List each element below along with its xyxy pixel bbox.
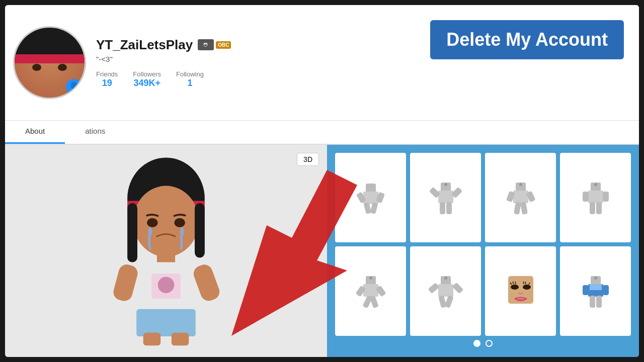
svg-rect-55	[428, 283, 439, 294]
tabs-bar: About ations	[5, 121, 639, 145]
svg-rect-37	[520, 202, 528, 215]
svg-rect-17	[172, 333, 189, 345]
svg-point-60	[511, 285, 519, 290]
friends-label: Friends	[96, 70, 118, 78]
svg-rect-71	[590, 284, 602, 290]
tab-about[interactable]: About	[5, 121, 65, 144]
avatar-headband	[15, 54, 85, 63]
inventory-item-5[interactable]	[335, 246, 406, 336]
svg-rect-30	[446, 202, 452, 214]
inventory-panel	[327, 145, 639, 357]
svg-point-8	[180, 227, 184, 236]
svg-line-66	[525, 282, 526, 284]
svg-line-65	[523, 282, 524, 284]
svg-rect-47	[363, 284, 378, 297]
svg-rect-56	[452, 283, 463, 294]
svg-rect-72	[583, 285, 589, 295]
stats-row: Friends 19 Followers 349K+ Following 1	[96, 70, 631, 88]
tab-creations[interactable]: ations	[65, 121, 125, 144]
svg-rect-36	[513, 202, 521, 215]
svg-point-39	[594, 183, 597, 186]
following-stat: Following 1	[176, 70, 204, 88]
followers-value: 349K+	[133, 78, 160, 88]
followers-stat: Followers 349K+	[133, 70, 161, 88]
inventory-grid	[335, 153, 631, 336]
obc-badge-icon: OBC	[216, 41, 231, 49]
svg-rect-51	[369, 295, 379, 308]
svg-point-5	[147, 218, 158, 227]
inventory-item-6[interactable]	[410, 246, 481, 336]
svg-point-2	[133, 186, 199, 257]
username: YT_ZaiLetsPlay	[96, 37, 193, 53]
followers-label: Followers	[133, 70, 161, 78]
avatar-3d-panel: 3D	[5, 145, 327, 357]
svg-rect-18	[366, 184, 376, 193]
svg-point-12	[158, 277, 175, 294]
svg-rect-42	[603, 192, 609, 202]
svg-line-64	[515, 282, 516, 284]
pagination-dot-2[interactable]	[486, 340, 493, 347]
pagination-dots	[335, 336, 631, 349]
svg-point-25	[444, 183, 447, 186]
svg-rect-26	[438, 191, 453, 203]
svg-point-53	[444, 277, 447, 280]
badge-icons: ⛑ OBC	[198, 39, 231, 50]
avatar-badge-icon: 👤	[66, 79, 82, 95]
svg-rect-3	[127, 203, 137, 262]
inventory-item-2[interactable]	[410, 153, 481, 242]
helmet-badge-icon: ⛑	[198, 39, 214, 50]
svg-rect-58	[444, 295, 454, 308]
inventory-item-7[interactable]	[485, 246, 556, 336]
avatar: 👤	[13, 26, 86, 99]
svg-rect-40	[588, 191, 603, 203]
following-label: Following	[176, 70, 204, 78]
svg-point-46	[369, 277, 372, 280]
svg-point-7	[148, 227, 152, 236]
svg-point-32	[519, 183, 522, 186]
main-frame: 👤 YT_ZaiLetsPlay ⛑ OBC "-<3" Friends 19 …	[5, 5, 639, 357]
svg-rect-74	[590, 296, 595, 308]
inventory-item-1[interactable]	[335, 153, 406, 242]
pagination-dot-1[interactable]	[473, 340, 480, 347]
svg-rect-43	[590, 202, 595, 214]
inventory-item-3[interactable]	[485, 153, 556, 242]
svg-rect-16	[143, 333, 160, 345]
profile-header: 👤 YT_ZaiLetsPlay ⛑ OBC "-<3" Friends 19 …	[5, 5, 639, 121]
avatar-eye-right	[58, 64, 67, 71]
svg-rect-73	[603, 285, 609, 295]
svg-rect-54	[438, 284, 453, 297]
inventory-item-4[interactable]	[560, 153, 631, 242]
svg-rect-33	[513, 191, 528, 203]
friends-value: 19	[102, 78, 112, 88]
svg-rect-19	[363, 192, 378, 204]
avatar-eye-left	[32, 64, 41, 71]
crying-avatar	[91, 155, 242, 346]
svg-point-69	[594, 277, 597, 280]
svg-point-61	[523, 285, 531, 290]
3d-button[interactable]: 3D	[297, 153, 319, 166]
svg-rect-41	[583, 192, 589, 202]
svg-rect-44	[596, 202, 602, 214]
svg-rect-75	[596, 296, 602, 308]
friends-stat: Friends 19	[96, 70, 118, 88]
inventory-item-8[interactable]	[560, 246, 631, 336]
main-content: 3D	[5, 145, 639, 357]
svg-point-6	[174, 218, 185, 227]
svg-rect-4	[195, 203, 205, 258]
svg-rect-15	[136, 309, 196, 336]
delete-banner[interactable]: Delete My Account	[430, 20, 624, 59]
avatar-eyes	[32, 64, 67, 71]
svg-rect-29	[440, 202, 445, 214]
following-value: 1	[187, 78, 192, 88]
